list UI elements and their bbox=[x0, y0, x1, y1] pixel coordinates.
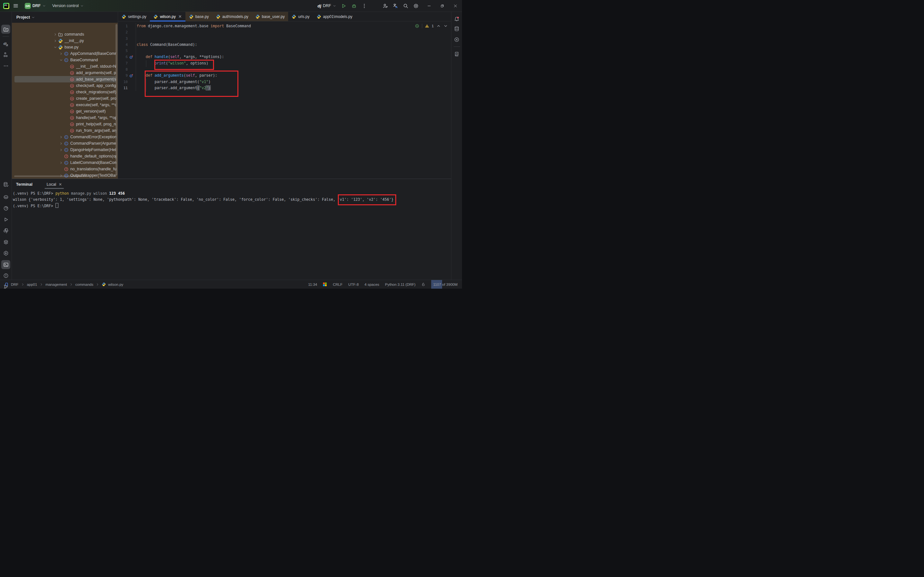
chevron-right-icon[interactable] bbox=[52, 39, 58, 43]
chevron-right-icon[interactable] bbox=[58, 142, 64, 145]
services-icon[interactable] bbox=[1, 248, 10, 258]
code-line-6[interactable]: 6 def handle(self, *args, **options): bbox=[118, 54, 451, 60]
tree-row[interactable]: CBaseCommand bbox=[15, 57, 116, 63]
more-actions-icon[interactable] bbox=[361, 3, 367, 9]
editor-tab-urls-py[interactable]: urls.py bbox=[288, 12, 313, 21]
interpreter-widget[interactable]: Python 3.11 (DRF) bbox=[385, 282, 416, 287]
tree-row[interactable]: CLabelCommand(BaseComma bbox=[15, 160, 116, 166]
terminal-tab-local[interactable]: Local ✕ bbox=[47, 179, 62, 190]
close-tab-icon[interactable]: ✕ bbox=[178, 14, 182, 19]
tree-row[interactable]: mcreate_parser(self, prog_na bbox=[15, 95, 116, 102]
editor-tab-base-py[interactable]: base.py bbox=[185, 12, 212, 21]
tree-row[interactable]: fno_translations(handle_func) bbox=[15, 166, 116, 172]
breadcrumb-item[interactable]: wilson.py bbox=[108, 282, 123, 287]
notifications-icon[interactable] bbox=[452, 15, 461, 23]
search-everywhere-icon[interactable] bbox=[403, 3, 408, 9]
tree-row[interactable]: fhandle_default_options(optio bbox=[15, 153, 116, 160]
terminal-output[interactable]: (.venv) PS E:\DRF> python manage.py wils… bbox=[12, 190, 451, 209]
chevron-right-icon[interactable] bbox=[58, 135, 64, 139]
dictionary-tool-icon[interactable]: A bbox=[452, 49, 461, 58]
tree-row[interactable]: CCommandError(Exception) bbox=[15, 134, 116, 140]
tree-row[interactable]: CCommandParser(ArgumentPa bbox=[15, 140, 116, 147]
database-tool-icon[interactable] bbox=[452, 24, 461, 33]
project-panel-header[interactable]: Project bbox=[12, 12, 118, 23]
encoding-widget[interactable]: UTF-8 bbox=[348, 282, 359, 287]
tree-row[interactable]: m__init__(self, stdout=None bbox=[15, 63, 116, 69]
code-editor[interactable]: 1from django.core.management.base import… bbox=[118, 21, 451, 179]
run-configuration-widget[interactable]: dj DRF bbox=[318, 3, 336, 8]
translate-icon[interactable]: A bbox=[393, 3, 398, 9]
close-button[interactable] bbox=[449, 0, 462, 11]
version-control-widget[interactable]: Version control bbox=[50, 2, 86, 10]
code-line-3[interactable]: 3 bbox=[118, 35, 451, 42]
main-menu-icon[interactable] bbox=[13, 3, 18, 8]
project-widget[interactable]: DR DRF bbox=[23, 2, 48, 10]
tree-row[interactable]: base.py bbox=[15, 44, 116, 50]
run-button[interactable] bbox=[341, 3, 347, 9]
structure-tool-icon[interactable] bbox=[1, 50, 10, 59]
code-line-1[interactable]: 1from django.core.management.base import… bbox=[118, 23, 451, 29]
next-problem-icon[interactable] bbox=[443, 24, 448, 28]
lock-open-icon[interactable] bbox=[421, 282, 426, 287]
breadcrumb-item[interactable]: DRF bbox=[11, 282, 19, 287]
tree-row[interactable]: __init__.py bbox=[15, 37, 116, 44]
tree-horizontal-scrollbar[interactable] bbox=[14, 176, 88, 177]
code-line-9[interactable]: 9 def add_arguments(self, parser): bbox=[118, 73, 451, 79]
line-separator-widget[interactable]: CRLF bbox=[333, 282, 342, 287]
chevron-down-icon[interactable] bbox=[52, 45, 58, 49]
settings-icon[interactable] bbox=[413, 3, 419, 9]
code-line-8[interactable]: 8 bbox=[118, 66, 451, 73]
tree-row[interactable]: mexecute(self, *args, **optio bbox=[15, 102, 116, 108]
tree-row[interactable]: commands bbox=[15, 31, 116, 37]
code-line-11[interactable]: 11 parser.add_argument("v2") bbox=[118, 85, 451, 91]
chevron-right-icon[interactable] bbox=[52, 32, 58, 36]
chevron-down-icon[interactable] bbox=[58, 58, 64, 62]
close-icon[interactable]: ✕ bbox=[59, 182, 62, 187]
minimize-button[interactable] bbox=[422, 0, 436, 11]
editor-tab-auth-models-py[interactable]: auth\models.py bbox=[212, 12, 252, 21]
django-structure-tool-icon[interactable]: di bbox=[1, 39, 10, 48]
windows-icon[interactable] bbox=[323, 282, 327, 287]
code-line-10[interactable]: 10 parser.add_argument("v1") bbox=[118, 79, 451, 85]
tree-row[interactable]: mhandle(self, *args, **optio bbox=[15, 114, 116, 121]
tree-row[interactable]: madd_base_argument(self, p bbox=[15, 76, 116, 82]
problems-tool-icon[interactable] bbox=[1, 271, 10, 280]
tree-row[interactable]: CAppCommand(BaseComman bbox=[15, 50, 116, 57]
inspection-widget[interactable]: 1 bbox=[415, 24, 448, 28]
layers-icon[interactable] bbox=[1, 237, 10, 246]
chevron-right-icon[interactable] bbox=[58, 52, 64, 55]
prev-problem-icon[interactable] bbox=[436, 24, 441, 28]
code-line-4[interactable]: 4class Command(BaseCommand): bbox=[118, 42, 451, 48]
tree-row[interactable]: mrun_from_argv(self, argv) bbox=[15, 127, 116, 134]
tree-row[interactable]: mcheck(self, app_configs=N bbox=[15, 82, 116, 89]
override-gutter-icon[interactable] bbox=[129, 55, 134, 59]
debug-button[interactable] bbox=[351, 3, 357, 9]
editor-tab-settings-py[interactable]: settings.py bbox=[118, 12, 150, 21]
indent-widget[interactable]: 4 spaces bbox=[364, 282, 379, 287]
tree-row[interactable]: mget_version(self) bbox=[15, 108, 116, 114]
chevron-right-icon[interactable] bbox=[58, 148, 64, 152]
more-tools-icon[interactable] bbox=[1, 61, 10, 70]
memory-indicator[interactable]: 1107 of 3900M bbox=[431, 280, 460, 288]
code-with-me-icon[interactable] bbox=[382, 3, 388, 9]
code-line-2[interactable]: 2 bbox=[118, 29, 451, 35]
tree-vertical-scrollbar[interactable] bbox=[116, 24, 118, 176]
run-tool-icon[interactable] bbox=[1, 215, 10, 224]
python-console-icon[interactable] bbox=[1, 192, 10, 201]
override-gutter-icon[interactable] bbox=[129, 73, 134, 78]
editor-tab-app01-models-py[interactable]: app01\models.py bbox=[313, 12, 356, 21]
code-line-5[interactable]: 5 bbox=[118, 48, 451, 54]
code-line-7[interactable]: 7 print("wilson", options) bbox=[118, 60, 451, 66]
maximize-button[interactable] bbox=[436, 0, 449, 11]
profiler-icon[interactable] bbox=[1, 204, 10, 213]
x-circle-tool-icon[interactable] bbox=[452, 35, 461, 44]
breadcrumb-item[interactable]: management bbox=[45, 282, 67, 287]
tree-row[interactable]: mcheck_migrations(self) bbox=[15, 89, 116, 95]
chevron-right-icon[interactable] bbox=[58, 161, 64, 164]
breadcrumb-item[interactable]: app01 bbox=[27, 282, 37, 287]
python-packages-icon[interactable] bbox=[1, 226, 10, 235]
editor-tab-base-user-py[interactable]: base_user.py bbox=[252, 12, 288, 21]
tree-row[interactable]: madd_arguments(self, parse bbox=[15, 69, 116, 76]
project-tool-icon[interactable] bbox=[1, 25, 10, 34]
terminal-tool-icon[interactable] bbox=[1, 260, 10, 269]
